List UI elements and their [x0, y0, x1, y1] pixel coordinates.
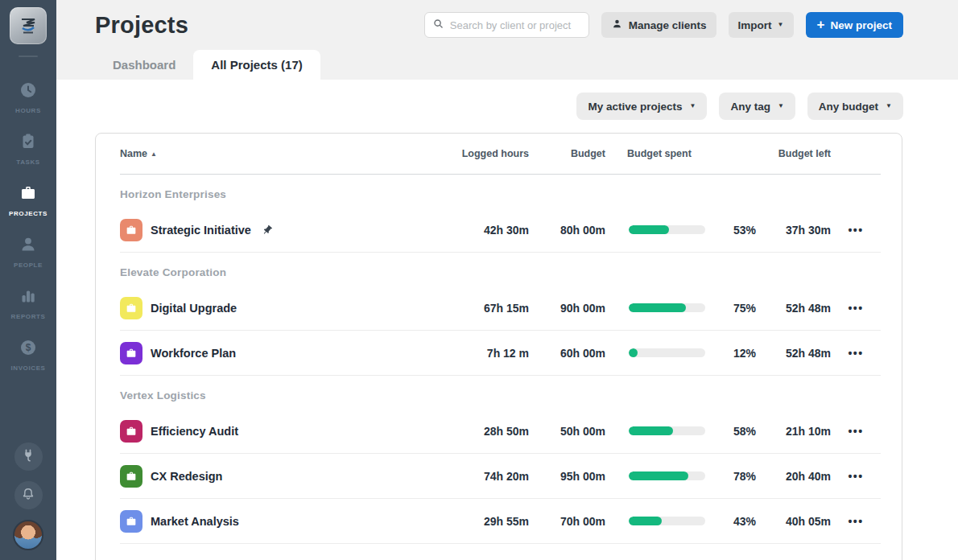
sidebar-nav: HOURS TASKS PROJECTS PEOPLE REPORTS: [0, 72, 56, 381]
sidebar: HOURS TASKS PROJECTS PEOPLE REPORTS: [0, 0, 56, 560]
column-header-name[interactable]: Name▲: [120, 148, 388, 159]
sidebar-item-people[interactable]: PEOPLE: [0, 226, 56, 278]
main-area: Projects Manage clients Import ▼: [56, 0, 958, 560]
project-row[interactable]: CX Redesign 74h 20m 95h 00m 78% 20h 40m …: [120, 454, 881, 499]
sidebar-item-reports[interactable]: REPORTS: [0, 278, 56, 329]
project-row[interactable]: Efficiency Audit 28h 50m 50h 00m 58% 21h…: [120, 409, 881, 454]
budget-progress-bar: [629, 517, 705, 525]
budget-progress-bar: [629, 225, 705, 234]
column-header-budget-spent[interactable]: Budget spent: [605, 148, 726, 159]
svg-text:$: $: [26, 342, 31, 353]
bar-chart-icon: [19, 286, 38, 309]
filter-label: Any budget: [819, 101, 878, 113]
manage-clients-label: Manage clients: [629, 19, 707, 31]
tab-all-projects[interactable]: All Projects (17): [193, 50, 320, 80]
tab-bar: Dashboard All Projects (17): [56, 50, 958, 80]
budget-progress-fill: [629, 426, 673, 435]
budget-value: 70h 00m: [529, 515, 605, 528]
sidebar-item-label: PEOPLE: [14, 261, 43, 269]
budget-left-value: 21h 10m: [762, 425, 831, 438]
person-icon: [19, 235, 38, 257]
logged-hours-value: 74h 20m: [388, 470, 529, 483]
header-actions: Manage clients Import ▼ + New project: [424, 12, 903, 38]
budget-left-value: 52h 48m: [762, 302, 831, 315]
budget-progress-bar: [629, 303, 705, 312]
chevron-down-icon: ▼: [886, 103, 892, 109]
filter-tag[interactable]: Any tag ▼: [719, 93, 795, 120]
sidebar-item-invoices[interactable]: $ INVOICES: [0, 329, 56, 381]
project-name: Workforce Plan: [151, 347, 236, 360]
chevron-down-icon: ▼: [778, 103, 784, 109]
search-input[interactable]: [450, 19, 592, 31]
row-menu-button[interactable]: •••: [848, 224, 863, 237]
briefcase-icon: [19, 183, 38, 206]
sidebar-item-label: HOURS: [15, 107, 41, 114]
sort-asc-icon: ▲: [151, 150, 157, 158]
project-color-icon: [120, 510, 142, 533]
column-header-budget-left[interactable]: Budget left: [762, 148, 831, 159]
budget-value: 50h 00m: [529, 425, 605, 438]
budget-value: 60h 00m: [529, 347, 605, 360]
budget-progress-bar: [629, 471, 705, 480]
budget-left-value: 52h 48m: [762, 347, 831, 360]
budget-left-value: 37h 30m: [762, 224, 831, 237]
row-menu-button[interactable]: •••: [848, 302, 863, 315]
app-logo-emblem: [17, 14, 39, 37]
new-project-button[interactable]: + New project: [806, 12, 903, 38]
column-header-budget[interactable]: Budget: [529, 148, 605, 159]
project-row[interactable]: Digital Upgrade 67h 15m 90h 00m 75% 52h …: [120, 286, 881, 331]
column-header-logged-hours[interactable]: Logged hours: [388, 148, 529, 159]
project-color-icon: [120, 219, 142, 241]
notifications-button[interactable]: [14, 481, 43, 509]
budget-spent-percent: 75%: [726, 302, 762, 315]
budget-progress-fill: [629, 225, 669, 234]
budget-value: 80h 00m: [529, 224, 605, 237]
logged-hours-value: 67h 15m: [388, 302, 529, 315]
budget-left-value: 20h 40m: [762, 470, 831, 483]
sidebar-item-label: TASKS: [16, 159, 40, 166]
budget-progress-fill: [629, 471, 688, 480]
project-row[interactable]: Workforce Plan 7h 12 m 60h 00m 12% 52h 4…: [120, 331, 881, 376]
budget-spent-percent: 53%: [726, 224, 762, 237]
project-name: Strategic Initiative: [151, 224, 251, 237]
budget-value: 90h 00m: [529, 302, 605, 315]
import-button[interactable]: Import ▼: [729, 12, 794, 38]
project-row[interactable]: Strategic Initiative 42h 30m 80h 00m 53%…: [120, 208, 881, 253]
sidebar-item-hours[interactable]: HOURS: [0, 72, 56, 123]
user-avatar[interactable]: [13, 520, 43, 550]
chevron-down-icon: ▼: [778, 22, 784, 28]
integrations-plug-button[interactable]: [14, 443, 43, 471]
filter-bar: My active projects ▼ Any tag ▼ Any budge…: [56, 80, 958, 120]
budget-spent-percent: 43%: [726, 515, 762, 528]
client-group-label: Horizon Enterprises: [120, 175, 881, 208]
project-row[interactable]: Market Analysis 29h 55m 70h 00m 43% 40h …: [120, 499, 881, 544]
sidebar-item-tasks[interactable]: TASKS: [0, 123, 56, 175]
page-title: Projects: [95, 12, 188, 39]
chevron-down-icon: ▼: [689, 103, 696, 109]
filter-budget[interactable]: Any budget ▼: [807, 93, 903, 120]
row-menu-button[interactable]: •••: [848, 347, 863, 360]
manage-clients-button[interactable]: Manage clients: [601, 12, 716, 38]
budget-progress-fill: [629, 517, 662, 525]
tab-dashboard[interactable]: Dashboard: [95, 50, 193, 80]
client-group-label: Vertex Logistics: [120, 376, 881, 409]
sidebar-item-label: INVOICES: [10, 364, 45, 372]
tasks-icon: [19, 132, 38, 154]
sidebar-item-projects[interactable]: PROJECTS: [0, 175, 56, 226]
row-menu-button[interactable]: •••: [848, 425, 863, 438]
logged-hours-value: 28h 50m: [388, 425, 529, 438]
budget-spent-percent: 12%: [726, 347, 762, 360]
project-name: Digital Upgrade: [151, 302, 237, 315]
search-box[interactable]: [424, 12, 589, 38]
pin-icon: [262, 224, 273, 236]
filter-active-projects[interactable]: My active projects ▼: [576, 93, 707, 120]
client-person-icon: [611, 18, 623, 32]
budget-progress-fill: [629, 348, 638, 357]
client-group-label: Elevate Corporation: [120, 253, 881, 286]
project-name: Efficiency Audit: [151, 425, 238, 438]
row-menu-button[interactable]: •••: [848, 470, 863, 483]
app-logo[interactable]: [10, 7, 47, 44]
budget-value: 95h 00m: [529, 470, 605, 483]
row-menu-button[interactable]: •••: [848, 515, 863, 528]
budget-spent-percent: 58%: [726, 425, 762, 438]
